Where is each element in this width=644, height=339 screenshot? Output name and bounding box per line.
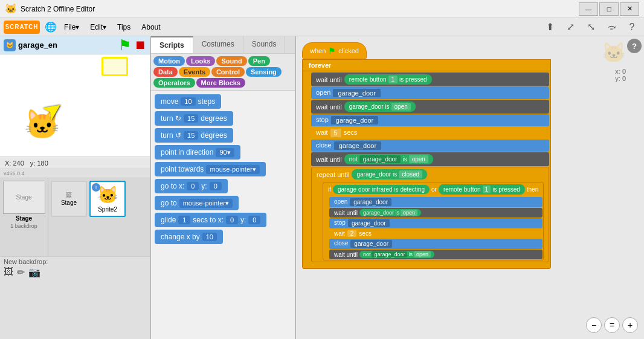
image-from-file-icon[interactable]: 🖼	[4, 266, 13, 278]
cat-decoration: 🐱	[602, 41, 626, 64]
sprite2-item[interactable]: i 🐱 Sprite2	[89, 181, 126, 217]
cat-motion-btn[interactable]: Motion	[153, 56, 185, 66]
zoom-out-button[interactable]: −	[586, 317, 602, 333]
shrink-icon[interactable]: ⤼	[603, 19, 620, 36]
tips-menu[interactable]: Tips	[112, 22, 135, 33]
sprite-preview-area: 🐱 garage_en ⚑ ⏹ 🐱 ➤ X: 240 y: 180	[0, 36, 150, 169]
tab-sounds[interactable]: Sounds	[243, 36, 286, 53]
blocks-list: move 10 steps turn ↻ 15 degrees turn ↺ 1…	[151, 91, 295, 339]
when-hat-block[interactable]: when ⚑ clicked	[302, 42, 367, 59]
y-coord: y: 180	[30, 160, 48, 167]
stage-sprite-item[interactable]: 🖼 Stage	[51, 181, 87, 217]
fullscreen-icon[interactable]: ⤢	[562, 19, 579, 36]
zoom-in-button[interactable]: +	[622, 317, 638, 333]
if-stop-block[interactable]: stop garage_door	[329, 218, 543, 228]
sprite-name-bar: 🐱 garage_en ⚑ ⏹	[0, 36, 150, 54]
edit-menu[interactable]: Edit▾	[85, 22, 111, 33]
version-label: v456.0.4	[0, 169, 150, 178]
forever-label: forever	[303, 60, 550, 71]
help-icon[interactable]: ?	[623, 19, 640, 36]
close-garage-block[interactable]: close garage_door	[311, 140, 549, 152]
turn-ccw-block[interactable]: turn ↺ 15 degrees	[155, 128, 233, 143]
stop-button[interactable]: ⏹	[134, 38, 146, 52]
if-wait-open-block[interactable]: wait until garage_door is open	[329, 208, 543, 218]
language-button[interactable]: 🌐	[43, 20, 58, 34]
change-x-block[interactable]: change x by 10	[155, 230, 223, 244]
open-garage-block[interactable]: open garage_door	[311, 87, 549, 99]
goto-target-block[interactable]: go to mouse-pointer▾	[155, 196, 239, 210]
when-clicked-hat[interactable]: when ⚑ clicked forever wait until	[302, 42, 551, 269]
expand-icon[interactable]: ⤡	[582, 19, 599, 36]
tab-costumes[interactable]: Costumes	[193, 36, 243, 53]
maximize-button[interactable]: □	[599, 2, 619, 16]
forever-block[interactable]: forever wait until remote button 1 is pr…	[302, 59, 551, 269]
repeat-until-block[interactable]: repeat until garage_door is closed	[311, 167, 549, 262]
cat-sound-btn[interactable]: Sound	[216, 56, 246, 66]
blocks-panel: Scripts Costumes Sounds Motion Looks Sou…	[151, 36, 296, 339]
minimize-button[interactable]: —	[579, 2, 598, 16]
x-value: x: 0	[615, 68, 626, 75]
titlebar: 🐱 Scratch 2 Offline Editor — □ ✕	[0, 0, 644, 18]
cat-pen-btn[interactable]: Pen	[248, 56, 270, 66]
new-backdrop-area: New backdrop: 🖼 ✏ 📷	[0, 256, 150, 279]
stop-garage-block[interactable]: stop garage_door	[311, 114, 549, 126]
if-open-block[interactable]: open garage_door	[329, 197, 543, 207]
sprite-info-badge[interactable]: i	[92, 183, 100, 192]
green-flag-button[interactable]: ⚑	[118, 37, 132, 54]
cat-more-blocks-btn[interactable]: More Blocks	[196, 78, 245, 88]
if-close-block[interactable]: close garage_door	[329, 239, 543, 249]
if-wait2-block[interactable]: wait 2 secs	[329, 229, 543, 238]
toolbar-icons: ⬆ ⤢ ⤡ ⤼ ?	[541, 19, 640, 36]
stage-label: Stage	[16, 215, 32, 222]
point-direction-block[interactable]: point in direction 90▾	[155, 145, 240, 160]
move-steps-block[interactable]: move 10 steps	[155, 94, 221, 109]
wait-until-remote-block[interactable]: wait until remote button 1 is pressed	[311, 73, 549, 86]
cat-operators-btn[interactable]: Operators	[153, 78, 195, 88]
forever-body: wait until remote button 1 is pressed op…	[303, 71, 550, 263]
main-area: 🐱 garage_en ⚑ ⏹ 🐱 ➤ X: 240 y: 180	[0, 36, 644, 339]
xy-display: x: 0 y: 0	[615, 68, 626, 82]
left-panel: 🐱 garage_en ⚑ ⏹ 🐱 ➤ X: 240 y: 180	[0, 36, 151, 339]
flag-highlight-annotation	[101, 57, 128, 76]
cat-data-btn[interactable]: Data	[153, 67, 178, 77]
close-button[interactable]: ✕	[620, 2, 639, 16]
new-backdrop-label: New backdrop:	[4, 258, 48, 265]
file-menu[interactable]: File▾	[59, 22, 84, 33]
wait-until-open-block[interactable]: wait until garage_door is open	[311, 100, 549, 114]
cat-sensing-btn[interactable]: Sensing	[246, 67, 282, 77]
help-button[interactable]: ?	[627, 39, 642, 53]
titlebar-title: Scratch 2 Offline Editor	[21, 5, 95, 13]
share-icon[interactable]: ⬆	[541, 19, 558, 36]
point-towards-block[interactable]: point towards mouse-pointer▾	[155, 162, 266, 176]
cat-looks-btn[interactable]: Looks	[186, 56, 215, 66]
stage-sprite-panel: Stage Stage 1 backdrop 🖼 Stage i 🐱 Sprit…	[0, 178, 150, 256]
glide-block[interactable]: glide 1 secs to x: 0 y: 0	[155, 213, 266, 227]
cat-events-btn[interactable]: Events	[179, 67, 210, 77]
y-value: y: 0	[615, 75, 626, 82]
wait-until-not-open-block[interactable]: wait until not garage_door is open	[311, 152, 549, 166]
if-wait-not-open-block[interactable]: wait until not garage_door is open	[329, 250, 543, 259]
scripts-tabs: Scripts Costumes Sounds	[151, 36, 295, 54]
camera-backdrop-icon[interactable]: 📷	[28, 266, 40, 278]
coords-bar: X: 240 y: 180	[0, 157, 150, 169]
zoom-reset-button[interactable]: =	[604, 317, 620, 333]
stage-thumbnail[interactable]: Stage	[3, 181, 45, 214]
paint-new-backdrop-icon[interactable]: ✏	[17, 266, 25, 278]
stage-area: Stage Stage 1 backdrop	[0, 178, 48, 256]
forever-footer	[303, 263, 550, 268]
category-bar: Motion Looks Sound Pen Data Events Contr…	[151, 54, 295, 91]
about-menu[interactable]: About	[137, 22, 165, 33]
x-coord: X: 240	[5, 160, 24, 167]
cat-control-btn[interactable]: Control	[211, 67, 245, 77]
turn-cw-block[interactable]: turn ↻ 15 degrees	[155, 111, 233, 126]
titlebar-left: 🐱 Scratch 2 Offline Editor	[5, 3, 95, 15]
if-block[interactable]: if garage door infrared is detecting or …	[323, 182, 544, 260]
goto-xy-block[interactable]: go to x: 0 y: 0	[155, 179, 228, 193]
sprites-list: 🖼 Stage i 🐱 Sprite2	[48, 178, 150, 256]
script-canvas[interactable]: ? 🐱 x: 0 y: 0 when ⚑ clicked	[296, 36, 644, 339]
stage-sub-label: 1 backdrop	[10, 223, 37, 229]
menubar: SCRATCH 🌐 File▾ Edit▾ Tips About ⬆ ⤢ ⤡ ⤼…	[0, 18, 644, 36]
wait-5-secs-block[interactable]: wait 5 secs	[311, 127, 549, 139]
tab-scripts[interactable]: Scripts	[151, 36, 193, 53]
if-body: open garage_door wait until garage_door …	[323, 196, 543, 260]
